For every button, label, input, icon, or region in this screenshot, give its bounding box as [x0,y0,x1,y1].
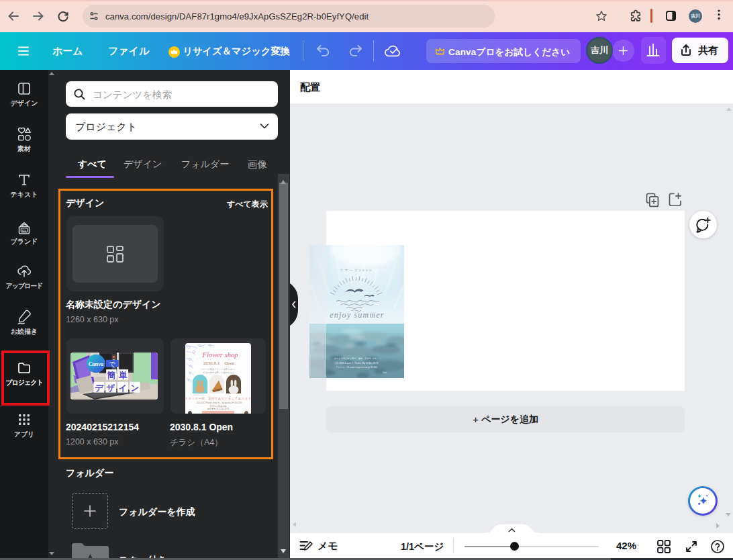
svg-text:合計 2030 August 1 / Sunny Sky 1: 合計 2030 August 1 / Sunny Sky 17:30 - 20:… [334,362,379,365]
svg-text:みんなで海に出て30分「磯遊」無料化（0さ）: みんなで海に出て30分「磯遊」無料化（0さ） [334,357,379,360]
svg-text:サマーズ2030: サマーズ2030 [340,269,373,272]
svg-text:enjoy summer: enjoy summer [330,310,384,320]
svg-text:hnst: hnst [383,371,387,374]
svg-text:co.: co. [22,229,27,232]
svg-text:アクセス：03 www.enjoysummer.jp 2F-: アクセス：03 www.enjoysummer.jp 2F-104 [336,366,377,369]
